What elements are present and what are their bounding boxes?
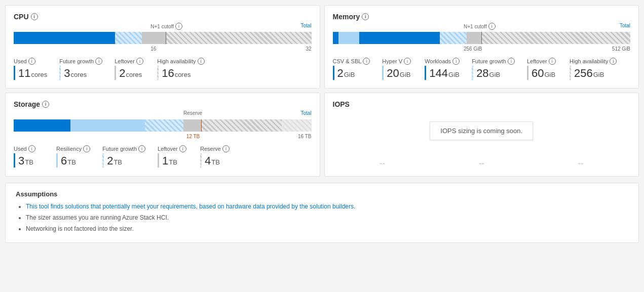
storage-used-value: 3TB [18,154,33,168]
memory-metric-leftover: Leftover i 60GiB [527,58,557,80]
cpu-metrics-row: Used i 11cores Future growth i [14,58,312,80]
iops-bottom-row: -- -- -- [333,159,631,168]
memory-future-value-row: 28GiB [472,66,515,80]
cpu-used-segment [14,32,115,44]
storage-used-indicator [14,153,15,168]
memory-bar-bottom-labels: 256 GiB 512 GiB [333,46,631,52]
cpu-bar-bottom-labels: 16 32 [14,46,312,52]
cpu-used-value-row: 11cores [14,66,47,80]
cpu-ha-value: 16cores [162,67,191,80]
memory-title-text: Memory [333,13,360,21]
assumptions-list: This tool finds solutions that potential… [16,202,628,233]
memory-leftover-label: Leftover i [527,58,557,65]
cpu-leftover-label: Leftover i [115,58,145,65]
storage-reserve-indicator [200,153,202,168]
memory-leftover-info[interactable]: i [549,58,556,65]
storage-reserve-value: 4TB [205,154,220,168]
memory-ha-indicator [570,66,571,80]
memory-csv-info[interactable]: i [363,58,370,65]
storage-title: Storage i [14,100,312,108]
cpu-future-label: Future growth i [59,58,102,65]
memory-csv-indicator [333,66,334,80]
memory-workloads-info[interactable]: i [452,58,460,65]
iops-dash-3: -- [578,159,584,168]
cpu-leftover-indicator [115,66,116,80]
memory-cutoff-info-icon[interactable]: i [488,23,496,30]
memory-workloads-label: Workloads i [425,58,460,65]
memory-metrics-row: CSV & SBL i 2GiB Hyper V i [333,58,631,80]
iops-coming-soon-box: IOPS sizing is coming soon. [430,121,533,140]
cpu-ha-info[interactable]: i [198,58,205,65]
cpu-title-text: CPU [14,13,29,21]
storage-resiliency-segment [70,119,145,132]
cpu-info-icon[interactable]: i [31,13,38,20]
memory-csv-segment [333,32,339,44]
storage-future-value-row: 2TB [102,153,145,168]
storage-future-info[interactable]: i [138,145,145,152]
storage-metrics-row: Used i 3TB Resiliency i [14,145,312,168]
storage-extra-segment [282,119,312,132]
cpu-metric-leftover: Leftover i 2cores [115,58,145,80]
storage-metric-resiliency: Resiliency i 6TB [56,145,90,168]
cpu-future-indicator [59,66,61,80]
memory-ha-value-row: 256GiB [570,66,617,80]
memory-hyperv-info[interactable]: i [404,58,411,65]
cpu-bar-track [14,32,312,44]
storage-metric-future: Future growth i 2TB [102,145,145,168]
cpu-future-value: 3cores [64,67,87,80]
iops-dash-1: -- [380,159,385,168]
cpu-used-indicator [14,66,15,80]
storage-metric-leftover: Leftover i 1TB [158,145,188,168]
memory-card: Memory i N+1 cutoff i Total 256 GiB 512 … [324,5,639,89]
assumption-1-text: This tool finds solutions that potential… [26,203,355,210]
cpu-leftover-info[interactable]: i [136,58,143,65]
cpu-ha-value-row: 16cores [157,66,204,80]
storage-future-indicator [102,153,104,168]
storage-used-segment [14,119,70,132]
storage-total-label: Total [300,110,311,116]
storage-resiliency-label: Resiliency i [56,145,90,152]
storage-info-icon[interactable]: i [42,101,49,108]
cpu-future-info[interactable]: i [95,58,102,65]
assumptions-card: Assumptions This tool finds solutions th… [5,183,639,243]
cpu-leftover-value: 2cores [119,67,142,80]
assumption-3-text: Networking is not factored into the size… [26,225,134,232]
memory-future-segment [440,32,467,44]
cpu-used-label: Used i [14,58,47,65]
storage-leftover-info[interactable]: i [179,145,186,152]
assumption-2-text: The sizer assumes you are running Azure … [26,214,169,221]
memory-leftover-value-row: 60GiB [527,66,557,80]
cpu-metric-used: Used i 11cores [14,58,47,80]
cpu-metric-future: Future growth i 3cores [59,58,102,80]
storage-reserve-info[interactable]: i [222,145,230,152]
storage-bar-wrapper [14,119,312,132]
cpu-leftover-segment [142,32,166,44]
storage-used-info[interactable]: i [28,145,35,152]
assumption-item-3: Networking is not factored into the size… [26,224,628,233]
storage-reserve-label: Reserve [183,110,202,116]
iops-card: IOPS IOPS sizing is coming soon. -- -- -… [324,93,639,177]
storage-leftover-label: Leftover i [158,145,188,152]
storage-metric-reserve: Reserve i 4TB [200,145,231,168]
storage-resiliency-info[interactable]: i [83,145,90,152]
iops-dash-2: -- [479,159,484,168]
cpu-cutoff-info-icon[interactable]: i [175,23,182,30]
memory-ha-info[interactable]: i [610,58,617,65]
cpu-leftover-value-row: 2cores [115,66,145,80]
storage-bar-top-labels: Reserve Total [14,110,312,119]
memory-hyperv-indicator [382,66,384,80]
storage-title-text: Storage [14,100,40,108]
memory-hyperv-value-row: 20GiB [382,66,412,80]
cpu-bar-top-labels: N+1 cutoff i Total [14,23,312,32]
memory-future-info[interactable]: i [508,58,515,65]
storage-reserve-value-row: 4TB [200,153,231,168]
cpu-cutoff-label: N+1 cutoff i [150,23,182,30]
memory-total-value: 512 GiB [612,46,630,52]
memory-leftover-segment [467,32,481,44]
memory-info-icon[interactable]: i [362,13,369,20]
cpu-ha-label: High availability i [157,58,204,65]
memory-csv-label: CSV & SBL i [333,58,370,65]
storage-reserve-value: 12 TB [186,134,200,139]
cpu-used-info[interactable]: i [28,58,35,65]
memory-metric-future: Future growth i 28GiB [472,58,515,80]
